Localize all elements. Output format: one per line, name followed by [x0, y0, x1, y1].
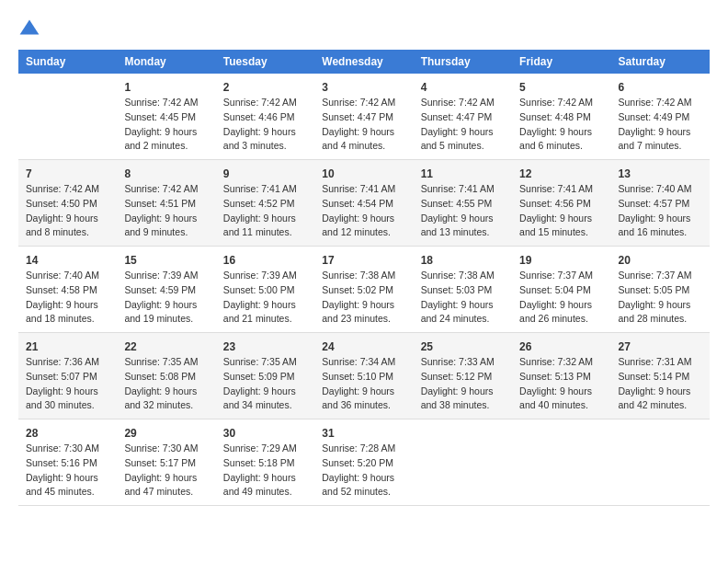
day-info: Sunset: 5:12 PM — [421, 370, 505, 385]
day-number: 6 — [619, 79, 702, 96]
day-info: Sunrise: 7:33 AM — [421, 355, 505, 370]
week-row-4: 21Sunrise: 7:36 AMSunset: 5:07 PMDayligh… — [18, 333, 710, 419]
calendar-cell — [18, 74, 117, 160]
day-info: Sunset: 5:03 PM — [421, 283, 505, 298]
day-info: Sunrise: 7:39 AM — [124, 269, 208, 283]
day-info: and 28 minutes. — [619, 312, 702, 327]
calendar-cell: 17Sunrise: 7:38 AMSunset: 5:02 PMDayligh… — [314, 247, 413, 333]
day-info: and 13 minutes. — [421, 225, 505, 240]
week-row-2: 7Sunrise: 7:42 AMSunset: 4:50 PMDaylight… — [18, 160, 710, 247]
calendar-cell: 12Sunrise: 7:41 AMSunset: 4:56 PMDayligh… — [512, 160, 610, 247]
day-info: Daylight: 9 hours — [26, 385, 109, 399]
day-info: and 4 minutes. — [322, 139, 405, 154]
calendar-cell: 9Sunrise: 7:41 AMSunset: 4:52 PMDaylight… — [216, 160, 314, 247]
calendar-cell: 14Sunrise: 7:40 AMSunset: 4:58 PMDayligh… — [18, 247, 117, 333]
calendar-cell: 16Sunrise: 7:39 AMSunset: 5:00 PMDayligh… — [216, 247, 314, 333]
day-info: and 2 minutes. — [124, 139, 208, 154]
day-info: and 15 minutes. — [519, 225, 603, 240]
day-info: Sunset: 5:02 PM — [322, 283, 405, 298]
day-info: Sunset: 5:13 PM — [519, 370, 603, 385]
day-number: 14 — [26, 252, 109, 269]
day-number: 5 — [519, 79, 603, 96]
day-info: and 23 minutes. — [322, 312, 405, 327]
day-info: Daylight: 9 hours — [619, 125, 702, 140]
day-number: 15 — [124, 252, 208, 269]
week-row-5: 28Sunrise: 7:30 AMSunset: 5:16 PMDayligh… — [18, 419, 710, 506]
day-info: Sunset: 5:17 PM — [124, 456, 208, 471]
day-info: Sunrise: 7:39 AM — [223, 269, 307, 283]
day-info: Daylight: 9 hours — [322, 385, 405, 399]
day-info: and 3 minutes. — [223, 139, 307, 154]
calendar-cell: 23Sunrise: 7:35 AMSunset: 5:09 PMDayligh… — [216, 333, 314, 419]
calendar-cell: 28Sunrise: 7:30 AMSunset: 5:16 PMDayligh… — [18, 419, 117, 506]
day-info: Sunset: 5:14 PM — [619, 370, 702, 385]
day-info: Sunset: 4:48 PM — [519, 110, 603, 125]
day-info: Sunset: 5:07 PM — [26, 370, 109, 385]
calendar-cell: 30Sunrise: 7:29 AMSunset: 5:18 PMDayligh… — [216, 419, 314, 506]
weekday-header-tuesday: Tuesday — [216, 50, 314, 74]
day-info: Sunrise: 7:34 AM — [322, 355, 405, 370]
day-info: Sunrise: 7:42 AM — [421, 96, 505, 110]
weekday-header-row: SundayMondayTuesdayWednesdayThursdayFrid… — [18, 50, 710, 74]
calendar-cell: 2Sunrise: 7:42 AMSunset: 4:46 PMDaylight… — [216, 74, 314, 160]
day-info: Sunrise: 7:38 AM — [322, 269, 405, 283]
weekday-header-saturday: Saturday — [611, 50, 710, 74]
day-number: 3 — [322, 79, 405, 96]
day-info: Sunset: 5:16 PM — [26, 456, 109, 471]
day-info: and 42 minutes. — [619, 398, 702, 413]
day-info: Daylight: 9 hours — [124, 298, 208, 313]
day-info: Daylight: 9 hours — [124, 471, 208, 486]
day-info: Daylight: 9 hours — [223, 298, 307, 313]
calendar-cell: 8Sunrise: 7:42 AMSunset: 4:51 PMDaylight… — [117, 160, 215, 247]
day-info: Sunrise: 7:42 AM — [322, 96, 405, 110]
day-info: Daylight: 9 hours — [26, 212, 109, 226]
day-info: Sunset: 4:52 PM — [223, 197, 307, 212]
calendar-cell: 6Sunrise: 7:42 AMSunset: 4:49 PMDaylight… — [611, 74, 710, 160]
day-info: and 47 minutes. — [124, 485, 208, 500]
day-info: Daylight: 9 hours — [223, 471, 307, 486]
calendar-cell: 22Sunrise: 7:35 AMSunset: 5:08 PMDayligh… — [117, 333, 215, 419]
day-number: 11 — [421, 166, 505, 182]
day-info: Sunset: 4:54 PM — [322, 197, 405, 212]
day-info: Sunset: 5:05 PM — [619, 283, 702, 298]
calendar-cell: 29Sunrise: 7:30 AMSunset: 5:17 PMDayligh… — [117, 419, 215, 506]
calendar-cell — [512, 419, 610, 506]
day-info: Sunrise: 7:38 AM — [421, 269, 505, 283]
calendar-cell: 11Sunrise: 7:41 AMSunset: 4:55 PMDayligh… — [414, 160, 512, 247]
calendar-table: SundayMondayTuesdayWednesdayThursdayFrid… — [18, 50, 710, 506]
day-info: and 26 minutes. — [519, 312, 603, 327]
day-number: 31 — [322, 425, 405, 442]
day-number: 16 — [223, 252, 307, 269]
day-number: 24 — [322, 339, 405, 355]
day-info: Daylight: 9 hours — [619, 298, 702, 313]
day-info: and 11 minutes. — [223, 225, 307, 240]
day-number: 27 — [619, 339, 702, 355]
day-number: 9 — [223, 166, 307, 182]
day-info: and 7 minutes. — [619, 139, 702, 154]
calendar-cell: 24Sunrise: 7:34 AMSunset: 5:10 PMDayligh… — [314, 333, 413, 419]
day-info: and 8 minutes. — [26, 225, 109, 240]
day-info: Daylight: 9 hours — [223, 385, 307, 399]
day-info: Sunset: 4:59 PM — [124, 283, 208, 298]
weekday-header-monday: Monday — [117, 50, 215, 74]
day-info: Sunrise: 7:42 AM — [124, 182, 208, 197]
day-info: Sunrise: 7:37 AM — [519, 269, 603, 283]
day-info: Sunrise: 7:41 AM — [519, 182, 603, 197]
calendar-cell: 31Sunrise: 7:28 AMSunset: 5:20 PMDayligh… — [314, 419, 413, 506]
day-info: Daylight: 9 hours — [124, 125, 208, 140]
day-info: Sunrise: 7:37 AM — [619, 269, 702, 283]
day-info: Sunset: 5:00 PM — [223, 283, 307, 298]
calendar-cell: 7Sunrise: 7:42 AMSunset: 4:50 PMDaylight… — [18, 160, 117, 247]
day-info: Sunrise: 7:29 AM — [223, 442, 307, 456]
day-info: Sunset: 4:56 PM — [519, 197, 603, 212]
week-row-3: 14Sunrise: 7:40 AMSunset: 4:58 PMDayligh… — [18, 247, 710, 333]
calendar-cell: 18Sunrise: 7:38 AMSunset: 5:03 PMDayligh… — [414, 247, 512, 333]
day-number: 21 — [26, 339, 109, 355]
day-info: Sunset: 4:51 PM — [124, 197, 208, 212]
day-number: 29 — [124, 425, 208, 442]
day-info: Daylight: 9 hours — [421, 125, 505, 140]
day-info: Sunset: 4:47 PM — [421, 110, 505, 125]
day-info: Sunset: 4:46 PM — [223, 110, 307, 125]
day-number: 4 — [421, 79, 505, 96]
day-info: Sunset: 4:57 PM — [619, 197, 702, 212]
